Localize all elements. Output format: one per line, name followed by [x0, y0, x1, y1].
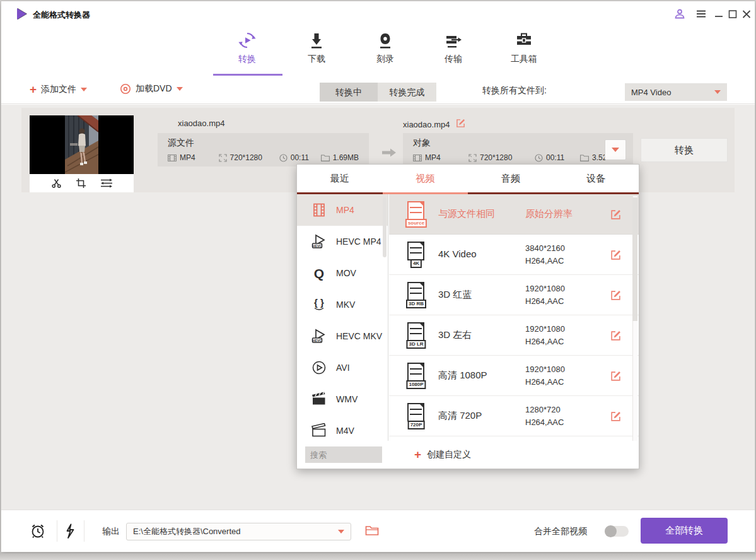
nav-label: 转换	[218, 54, 276, 65]
source-size: 1.69MB	[321, 153, 359, 162]
preset-badge-3drb-icon: 3D RB	[405, 282, 427, 308]
resolution-icon	[468, 154, 477, 162]
thumbnail-image	[30, 115, 134, 174]
search-input[interactable]	[305, 446, 382, 463]
preset-edit-icon[interactable]	[610, 290, 621, 303]
plus-icon: +	[30, 83, 37, 95]
preset-edit-icon[interactable]	[610, 330, 621, 344]
clapperboard-icon	[311, 391, 327, 407]
nav-tab-download[interactable]: 下载	[288, 29, 346, 65]
convert-button[interactable]: 转换	[641, 138, 728, 162]
preset-badge-3dlr-icon: 3D LR	[405, 322, 427, 349]
target-info-box: 对象 MP4 720*1280 00:11	[403, 133, 633, 166]
preset-row-source[interactable]: source 与源文件相同 原始分辨率	[389, 194, 639, 235]
effects-sliders-icon[interactable]	[100, 178, 113, 189]
convert-all-button[interactable]: 全部转换	[641, 518, 728, 544]
preset-edit-icon[interactable]	[610, 411, 621, 424]
nav-tab-burn[interactable]: 刻录	[356, 29, 414, 65]
thumbnail-toolbar	[30, 174, 134, 192]
format-select-popup: 最近 视频 音频 设备 MP4 HEVC HEVC MP4 Q	[296, 164, 639, 469]
footer-divider	[84, 520, 84, 542]
caret-down-icon	[177, 87, 183, 91]
popup-tab-device[interactable]: 设备	[554, 165, 639, 192]
arrow-right-icon	[381, 147, 397, 161]
mp4-film-icon	[311, 202, 327, 218]
convert-all-to-label: 转换所有文件到:	[482, 85, 547, 96]
caret-down-icon	[81, 88, 87, 91]
open-folder-icon[interactable]	[365, 525, 379, 539]
format-item-mp4[interactable]: MP4	[297, 194, 388, 226]
tab-converted[interactable]: 转换完成	[378, 83, 436, 102]
preset-badge-720p-icon: 720P	[405, 403, 427, 429]
tab-converting[interactable]: 转换中	[320, 83, 378, 102]
create-custom-button[interactable]: + 创建自定义	[414, 448, 471, 460]
source-duration: 00:11	[279, 153, 321, 162]
add-file-label: 添加文件	[41, 84, 76, 95]
preset-row-3d-lr[interactable]: 3D LR 3D 左右 1920*1080H264,AAC	[389, 315, 639, 356]
preset-spec: 原始分辨率	[525, 208, 573, 220]
format-item-mov[interactable]: Q MOV	[297, 257, 388, 289]
preset-row-4k[interactable]: 4K 4K Video 3840*2160H264,AAC	[389, 235, 639, 275]
rename-edit-icon[interactable]	[456, 119, 465, 130]
merge-toggle[interactable]	[605, 526, 629, 537]
preset-edit-icon[interactable]	[610, 209, 621, 223]
app-title: 全能格式转换器	[33, 9, 90, 21]
preset-row-720p[interactable]: 720P 高清 720P 1280*720H264,AAC	[389, 396, 639, 436]
source-label: 源文件	[168, 137, 359, 149]
format-item-m4v[interactable]: M4V	[297, 415, 388, 442]
svg-text:HEVC: HEVC	[313, 339, 322, 342]
nav-label: 传输	[424, 54, 482, 65]
popup-tab-audio[interactable]: 音频	[468, 165, 554, 192]
preset-edit-icon[interactable]	[610, 371, 621, 384]
clock-icon	[535, 154, 543, 162]
source-resolution: 720*1280	[219, 153, 279, 162]
close-icon[interactable]	[740, 8, 753, 20]
load-dvd-button[interactable]: 加载DVD	[120, 83, 183, 95]
hevc-play-icon: HEVC	[311, 233, 327, 250]
main-nav: 转换 下载 刻录	[1, 26, 755, 76]
nav-tab-convert[interactable]: 转换	[218, 29, 276, 65]
preset-row-3d-rb[interactable]: 3D RB 3D 红蓝 1920*1080H264,AAC	[389, 275, 639, 315]
account-icon[interactable]	[673, 8, 686, 20]
app-window: 全能格式转换器	[1, 1, 755, 552]
crop-icon[interactable]	[76, 178, 86, 189]
global-format-dropdown[interactable]: MP4 Video	[625, 83, 727, 101]
convert-icon	[218, 29, 276, 52]
trim-scissors-icon[interactable]	[51, 178, 62, 189]
format-item-hevc-mkv[interactable]: HEVC HEVC MKV	[297, 320, 388, 352]
add-file-button[interactable]: + 添加文件	[30, 83, 87, 95]
target-filename-row: xiaodao.mp4	[403, 119, 465, 130]
output-path-dropdown[interactable]: E:\全能格式转换器\Converted	[126, 523, 351, 540]
format-item-mkv[interactable]: { } MKV	[297, 289, 388, 320]
toggle-knob	[605, 525, 617, 537]
preset-scrollbar-thumb[interactable]	[632, 197, 637, 321]
nav-tab-toolbox[interactable]: 工具箱	[495, 29, 553, 65]
menu-icon[interactable]	[695, 8, 707, 20]
titlebar: 全能格式转换器	[1, 1, 755, 26]
dvd-icon	[120, 83, 131, 95]
output-label: 输出	[102, 526, 120, 537]
format-item-hevc-mp4[interactable]: HEVC HEVC MP4	[297, 226, 388, 257]
preset-specs: 1920*1080H264,AAC	[525, 323, 565, 348]
transfer-icon	[424, 29, 482, 52]
schedule-clock-icon[interactable]	[30, 523, 46, 542]
performance-bolt-icon[interactable]	[64, 523, 76, 542]
format-list-scrollbar[interactable]	[383, 197, 387, 257]
clapperboard-icon	[311, 423, 327, 439]
minimize-icon[interactable]	[712, 8, 725, 20]
target-format-dropdown-button[interactable]	[605, 139, 626, 160]
caret-down-icon	[338, 530, 344, 534]
popup-tab-recent[interactable]: 最近	[297, 165, 383, 192]
nav-tab-transfer[interactable]: 传输	[424, 29, 482, 65]
popup-tab-video[interactable]: 视频	[383, 165, 468, 192]
source-filename: xiaodao.mp4	[178, 119, 224, 128]
format-item-avi[interactable]: AVI	[297, 352, 388, 383]
preset-specs: 3840*2160H264,AAC	[525, 242, 565, 267]
preset-edit-icon[interactable]	[610, 250, 621, 263]
preset-row-1080p[interactable]: 1080P 高清 1080P 1920*1080H264,AAC	[389, 356, 639, 396]
target-resolution: 720*1280	[468, 153, 535, 162]
format-item-wmv[interactable]: WMV	[297, 383, 388, 415]
maximize-icon[interactable]	[726, 8, 739, 20]
source-info-box: 源文件 MP4 720*1280 00:11	[158, 133, 369, 166]
format-dropdown-value: MP4 Video	[631, 88, 671, 97]
